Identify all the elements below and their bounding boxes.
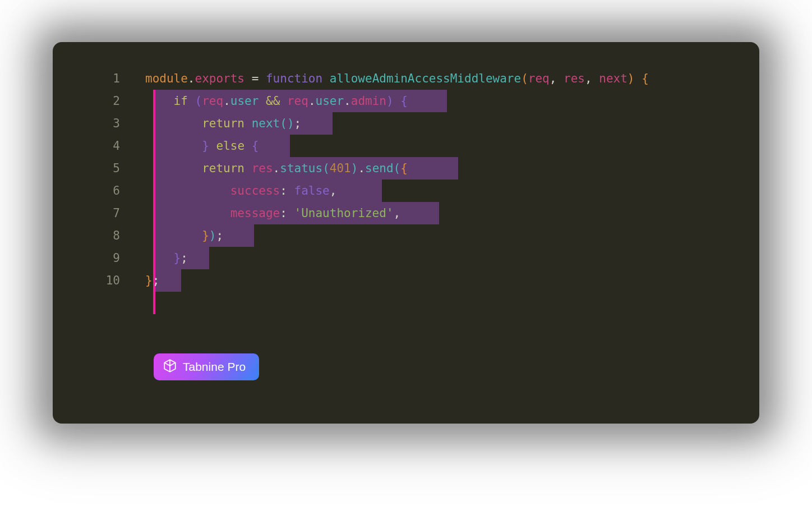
code-line-1: module.exports = function alloweAdminAcc… bbox=[145, 67, 759, 90]
tabnine-pro-badge[interactable]: Tabnine Pro bbox=[154, 353, 259, 380]
code-editor-window: 1 2 3 4 5 6 7 8 9 10 bbox=[53, 42, 759, 424]
code-line-7: message: 'Unauthorized', bbox=[145, 202, 759, 224]
code-line-5: return res.status(401).send({ bbox=[145, 157, 759, 180]
code-line-9: }; bbox=[145, 247, 759, 269]
code-area: 1 2 3 4 5 6 7 8 9 10 bbox=[53, 67, 759, 292]
code-line-10: }; bbox=[145, 269, 759, 292]
line-number: 6 bbox=[53, 180, 120, 202]
code-line-4: } else { bbox=[145, 135, 759, 157]
line-number: 2 bbox=[53, 90, 120, 112]
line-number: 5 bbox=[53, 157, 120, 180]
line-number: 7 bbox=[53, 202, 120, 224]
code-line-8: }); bbox=[145, 224, 759, 247]
line-number: 9 bbox=[53, 247, 120, 269]
line-number: 8 bbox=[53, 224, 120, 247]
badge-label: Tabnine Pro bbox=[183, 360, 246, 374]
line-number: 4 bbox=[53, 135, 120, 157]
line-number: 3 bbox=[53, 112, 120, 135]
code-line-3: return next(); bbox=[145, 112, 759, 135]
line-number-gutter: 1 2 3 4 5 6 7 8 9 10 bbox=[53, 67, 145, 292]
line-number: 1 bbox=[53, 67, 120, 90]
code-line-2: if (req.user && req.user.admin) { bbox=[145, 90, 759, 112]
code-line-6: success: false, bbox=[145, 180, 759, 202]
code-content[interactable]: module.exports = function alloweAdminAcc… bbox=[145, 67, 759, 292]
line-number: 10 bbox=[53, 269, 120, 292]
tabnine-logo-icon bbox=[163, 358, 177, 376]
